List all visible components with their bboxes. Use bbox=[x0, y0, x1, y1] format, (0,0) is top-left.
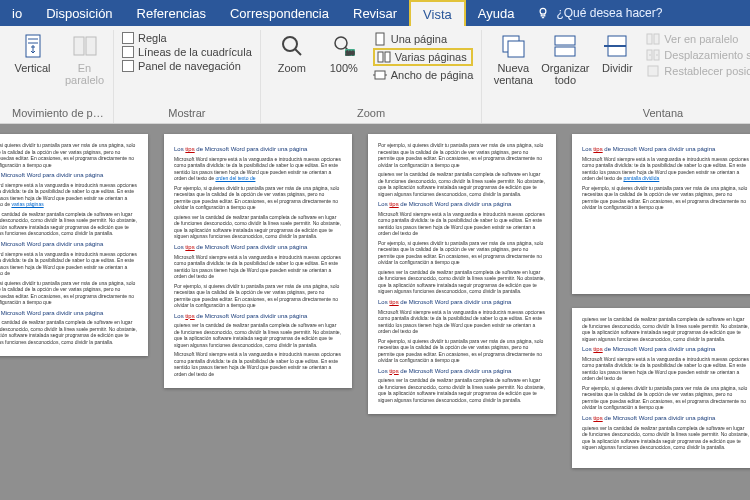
group-label-zoom: Zoom bbox=[269, 105, 474, 123]
cuadricula-checkbox[interactable]: Líneas de la cuadrícula bbox=[122, 46, 252, 58]
one-page-icon bbox=[373, 32, 387, 46]
svg-rect-23 bbox=[647, 34, 652, 44]
doc-page[interactable]: Por ejemplo, si quieres dividir tu panta… bbox=[368, 134, 556, 414]
dividir-button[interactable]: Dividir bbox=[594, 30, 640, 76]
doc-page[interactable]: Por ejemplo, si quieres dividir tu panta… bbox=[0, 134, 148, 356]
group-movimiento: Vertical En paralelo Movimiento de pá... bbox=[4, 30, 114, 123]
svg-rect-5 bbox=[74, 37, 84, 55]
reset-pos-icon bbox=[646, 64, 660, 78]
checkbox-icon bbox=[122, 32, 134, 44]
lightbulb-icon bbox=[536, 6, 550, 20]
zoom-100-icon: 100 bbox=[330, 32, 358, 60]
svg-point-0 bbox=[540, 8, 546, 14]
vertical-icon bbox=[19, 32, 47, 60]
navegacion-checkbox[interactable]: Panel de navegación bbox=[122, 60, 252, 72]
restablecer-posicion-button: Restablecer posición de la ventana bbox=[646, 64, 750, 78]
group-label-movimiento: Movimiento de pá... bbox=[12, 105, 105, 123]
svg-rect-13 bbox=[376, 33, 384, 45]
doc-page[interactable]: Los tips Los tips de Microsoft Word para… bbox=[164, 134, 352, 388]
checkbox-icon bbox=[122, 46, 134, 58]
sync-scroll-icon bbox=[646, 48, 660, 62]
en-paralelo-button: En paralelo bbox=[62, 30, 108, 88]
vertical-button[interactable]: Vertical bbox=[10, 30, 56, 76]
svg-rect-6 bbox=[86, 37, 96, 55]
ribbon: Vertical En paralelo Movimiento de pá...… bbox=[0, 26, 750, 124]
page-width-icon bbox=[373, 68, 387, 82]
regla-checkbox[interactable]: Regla bbox=[122, 32, 252, 44]
ribbon-tabs: io Disposición Referencias Correspondenc… bbox=[0, 0, 750, 26]
document-workspace[interactable]: Por ejemplo, si quieres dividir tu panta… bbox=[0, 124, 750, 500]
svg-rect-24 bbox=[654, 34, 659, 44]
tab-disposicion[interactable]: Disposición bbox=[34, 0, 124, 26]
desplazamiento-sincronico-button: Desplazamiento sincrónico bbox=[646, 48, 750, 62]
svg-rect-14 bbox=[378, 52, 383, 62]
arrange-all-icon bbox=[551, 32, 579, 60]
new-window-icon bbox=[499, 32, 527, 60]
side-by-side-icon bbox=[71, 32, 99, 60]
group-ventana: Nueva ventana Organizar todo Dividir Ver… bbox=[482, 30, 750, 123]
group-mostrar: Regla Líneas de la cuadrícula Panel de n… bbox=[114, 30, 261, 123]
nueva-ventana-button[interactable]: Nueva ventana bbox=[490, 30, 536, 88]
tab-ayuda[interactable]: Ayuda bbox=[466, 0, 527, 26]
varias-paginas-button[interactable]: Varias páginas bbox=[373, 48, 474, 66]
checkbox-icon bbox=[122, 60, 134, 72]
svg-rect-20 bbox=[555, 47, 575, 56]
svg-rect-15 bbox=[385, 52, 390, 62]
svg-rect-16 bbox=[375, 71, 385, 79]
multi-page-icon bbox=[377, 50, 391, 64]
organizar-todo-button[interactable]: Organizar todo bbox=[542, 30, 588, 88]
group-label-ventana: Ventana bbox=[490, 105, 750, 123]
zoom-button[interactable]: Zoom bbox=[269, 30, 315, 76]
svg-line-8 bbox=[295, 49, 301, 55]
view-side-icon bbox=[646, 32, 660, 46]
ver-paralelo-button: Ver en paralelo bbox=[646, 32, 750, 46]
zoom-100-button[interactable]: 100 100% bbox=[321, 30, 367, 76]
doc-page[interactable]: quieres ver la cantidad de realizar pant… bbox=[572, 308, 750, 468]
tab-referencias[interactable]: Referencias bbox=[125, 0, 218, 26]
ancho-pagina-button[interactable]: Ancho de página bbox=[373, 68, 474, 82]
tell-me-label: ¿Qué desea hacer? bbox=[556, 6, 662, 20]
tab-inicio[interactable]: io bbox=[0, 0, 34, 26]
svg-text:100: 100 bbox=[346, 50, 355, 56]
tell-me-search[interactable]: ¿Qué desea hacer? bbox=[526, 0, 672, 26]
tab-correspondencia[interactable]: Correspondencia bbox=[218, 0, 341, 26]
zoom-icon bbox=[278, 32, 306, 60]
split-icon bbox=[603, 32, 631, 60]
una-pagina-button[interactable]: Una página bbox=[373, 32, 474, 46]
doc-page[interactable]: Los tips de Microsoft Word para dividir … bbox=[572, 134, 750, 294]
svg-rect-19 bbox=[555, 36, 575, 45]
svg-rect-18 bbox=[508, 41, 524, 57]
svg-rect-27 bbox=[648, 66, 658, 76]
tab-revisar[interactable]: Revisar bbox=[341, 0, 409, 26]
group-zoom: Zoom 100 100% Una página Varias páginas bbox=[261, 30, 483, 123]
group-label-mostrar: Mostrar bbox=[122, 105, 252, 123]
tab-vista[interactable]: Vista bbox=[409, 0, 466, 26]
svg-point-7 bbox=[283, 37, 297, 51]
